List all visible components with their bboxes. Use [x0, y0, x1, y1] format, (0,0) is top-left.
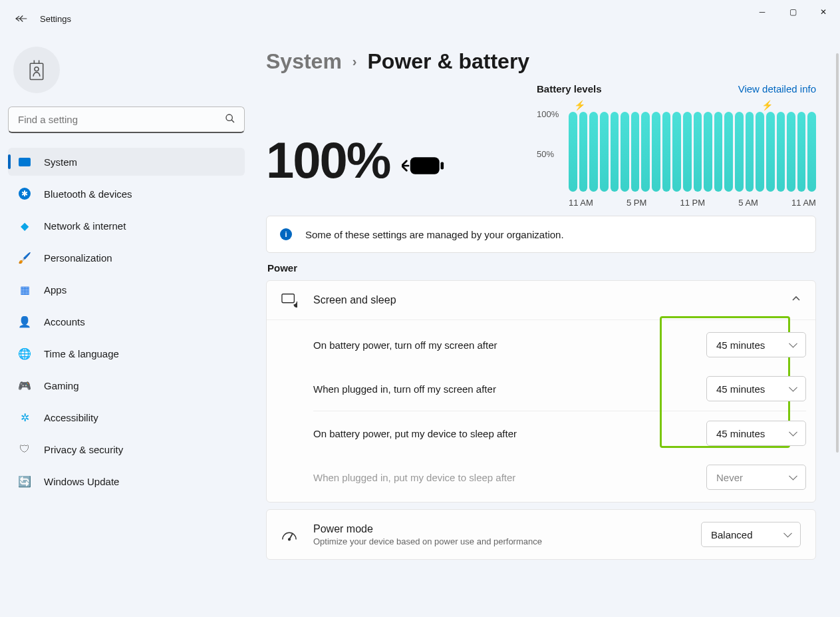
sidebar-item-label: Bluetooth & devices [44, 188, 132, 200]
setting-label: When plugged in, turn off my screen afte… [313, 383, 496, 395]
power-mode-icon [281, 528, 297, 541]
svg-point-2 [226, 114, 232, 120]
chart-bar [756, 112, 764, 192]
screen-and-sleep-header[interactable]: Screen and sleep [267, 281, 815, 319]
back-button[interactable] [13, 11, 29, 27]
chart-bar [746, 112, 754, 192]
sidebar-item-label: Accessibility [44, 412, 98, 423]
sidebar-item-network-internet[interactable]: ◆Network & internet [8, 212, 245, 240]
chart-bar [797, 112, 806, 192]
chart-bar [589, 112, 598, 192]
minimize-button[interactable]: ─ [747, 1, 777, 23]
x-axis-label: 5 AM [738, 198, 758, 208]
privacy-security-icon: 🛡 [17, 443, 32, 455]
timeout-select[interactable]: 45 minutes [706, 421, 806, 446]
windows-update-icon: 🔄 [17, 475, 32, 488]
sidebar-item-personalization[interactable]: 🖌️Personalization [8, 244, 245, 272]
timeout-select[interactable]: 45 minutes [706, 332, 806, 357]
app-title: Settings [40, 14, 71, 24]
plug-icon: ⚡ [574, 100, 585, 110]
sidebar-item-apps[interactable]: ▦Apps [8, 276, 245, 304]
scrollbar[interactable] [836, 53, 839, 453]
svg-point-6 [289, 538, 291, 540]
sidebar-item-label: Network & internet [44, 220, 126, 232]
sleep-setting-row: On battery power, put my device to sleep… [313, 411, 806, 455]
chart-bar [724, 112, 733, 192]
screen-and-sleep-card: Screen and sleep On battery power, turn … [266, 280, 816, 503]
sidebar-item-bluetooth-devices[interactable]: ✱Bluetooth & devices [8, 180, 245, 208]
chart-bar [704, 112, 712, 192]
close-button[interactable]: ✕ [808, 1, 839, 23]
sidebar-item-windows-update[interactable]: 🔄Windows Update [8, 467, 245, 495]
chart-bar [652, 112, 660, 192]
sidebar-item-time-language[interactable]: 🌐Time & language [8, 339, 245, 367]
sidebar-item-system[interactable]: System [8, 148, 245, 176]
breadcrumb-page: Power & battery [368, 49, 530, 74]
chart-bar [683, 112, 692, 192]
sidebar-item-gaming[interactable]: 🎮Gaming [8, 371, 245, 399]
system-icon [17, 158, 32, 166]
chart-bar [777, 112, 785, 192]
y-axis-label: 100% [537, 109, 559, 119]
sidebar-item-label: System [44, 156, 77, 168]
sleep-setting-row: When plugged in, turn off my screen afte… [313, 367, 806, 411]
card-title: Power mode [313, 523, 685, 535]
breadcrumb-root[interactable]: System [266, 49, 342, 74]
sidebar-item-label: Time & language [44, 348, 119, 359]
sleep-setting-row: On battery power, turn off my screen aft… [313, 323, 806, 367]
x-axis-label: 5 PM [627, 198, 646, 208]
search-icon [225, 113, 235, 126]
time-language-icon: 🌐 [17, 347, 32, 360]
card-subtitle: Optimize your device based on power use … [313, 536, 685, 546]
setting-label: On battery power, turn off my screen aft… [313, 339, 497, 351]
sidebar-item-accounts[interactable]: 👤Accounts [8, 308, 245, 335]
chart-bar [579, 112, 588, 192]
banner-text: Some of these settings are managed by yo… [305, 229, 564, 240]
view-detailed-info-link[interactable]: View detailed info [738, 83, 816, 95]
power-mode-select[interactable]: Balanced [701, 522, 801, 547]
chart-bar [735, 112, 744, 192]
info-icon: i [280, 228, 292, 240]
chart-bar [807, 112, 816, 192]
y-axis-label: 50% [537, 149, 554, 159]
chart-bar [766, 112, 775, 192]
power-section-title: Power [267, 262, 816, 274]
sidebar-item-label: Privacy & security [44, 444, 123, 455]
sidebar-item-label: Personalization [44, 252, 112, 264]
managed-by-org-banner: i Some of these settings are managed by … [266, 216, 816, 253]
chart-bar [694, 112, 702, 192]
chart-bar [672, 112, 681, 192]
accounts-icon: 👤 [17, 315, 32, 328]
power-mode-header[interactable]: Power mode Optimize your device based on… [267, 510, 815, 559]
chart-bar [714, 112, 723, 192]
search-input[interactable] [8, 106, 245, 133]
svg-rect-5 [282, 294, 294, 303]
battery-percent: 100% [266, 131, 390, 189]
timeout-select[interactable]: 45 minutes [706, 376, 806, 401]
sidebar-item-privacy-security[interactable]: 🛡Privacy & security [8, 435, 245, 463]
gaming-icon: 🎮 [17, 379, 32, 392]
svg-rect-4 [441, 162, 444, 169]
chart-title: Battery levels [537, 83, 602, 95]
search-box [8, 106, 245, 133]
network-internet-icon: ◆ [17, 220, 32, 232]
avatar[interactable] [13, 47, 60, 93]
card-title: Screen and sleep [313, 294, 775, 306]
chart-bar [600, 112, 609, 192]
x-axis-label: 11 AM [569, 198, 593, 208]
sidebar-item-label: Apps [44, 284, 67, 296]
personalization-icon: 🖌️ [17, 252, 32, 264]
setting-label: On battery power, put my device to sleep… [313, 428, 517, 439]
chevron-right-icon: › [352, 54, 357, 69]
sidebar-item-accessibility[interactable]: ✲Accessibility [8, 403, 245, 431]
sleep-setting-row: When plugged in, put my device to sleep … [313, 455, 806, 499]
apps-icon: ▦ [17, 284, 32, 296]
main-content: System › Power & battery 100% Battery le… [253, 37, 840, 617]
battery-chart: Battery levels View detailed info ⚡ ⚡ 10… [537, 83, 816, 204]
maximize-button[interactable]: ▢ [777, 1, 808, 23]
chart-bar [621, 112, 629, 192]
sidebar: System✱Bluetooth & devices◆Network & int… [0, 37, 253, 617]
sidebar-item-label: Gaming [44, 380, 79, 391]
sidebar-item-label: Windows Update [44, 476, 119, 487]
chart-bar [641, 112, 650, 192]
